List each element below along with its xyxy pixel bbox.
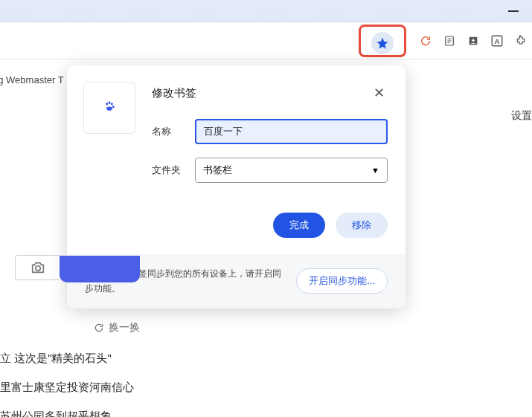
enable-sync-button[interactable]: 开启同步功能... — [296, 268, 388, 294]
reader-icon[interactable] — [443, 34, 456, 48]
svg-point-10 — [111, 103, 113, 106]
folder-dropdown[interactable]: 书签栏 ▼ — [195, 158, 388, 183]
bookmark-star-button[interactable] — [371, 32, 394, 54]
svg-point-11 — [112, 106, 115, 108]
star-icon — [376, 36, 389, 50]
news-list: 立 这次是"精美的石头" 里富士康坚定投资河南信心 苏州公园多到超乎想象 — [0, 343, 134, 417]
chevron-down-icon: ▼ — [371, 166, 379, 175]
popup-title: 修改书签 — [152, 86, 196, 100]
folder-label: 文件夹 — [152, 164, 182, 177]
window-titlebar — [0, 0, 532, 22]
minimize-button[interactable] — [508, 10, 519, 12]
news-item[interactable]: 苏州公园多到超乎想象 — [0, 401, 134, 417]
svg-point-12 — [35, 266, 39, 271]
folder-selected-value: 书签栏 — [203, 164, 232, 177]
baidu-paw-icon — [103, 100, 115, 115]
reload-icon[interactable] — [419, 34, 432, 48]
news-item[interactable]: 里富士康坚定投资河南信心 — [0, 372, 134, 401]
refresh-icon — [94, 323, 104, 333]
bookmark-name-input[interactable] — [195, 119, 388, 144]
remove-button[interactable]: 移除 — [336, 213, 388, 238]
browser-toolbar: A — [0, 22, 532, 59]
name-label: 名称 — [152, 125, 182, 138]
refresh-news[interactable]: 换一换 — [94, 321, 140, 334]
svg-text:A: A — [494, 37, 499, 45]
camera-search-button[interactable] — [15, 255, 60, 280]
extension-icon[interactable] — [514, 34, 528, 48]
svg-point-8 — [106, 103, 108, 106]
done-button[interactable]: 完成 — [273, 213, 325, 238]
favicon-preview — [83, 82, 135, 134]
search-button-partial[interactable] — [60, 256, 140, 282]
bookmarks-bar-item[interactable]: ng Webmaster T — [0, 74, 64, 85]
font-icon[interactable]: A — [490, 34, 504, 48]
close-icon[interactable]: ✕ — [371, 82, 388, 104]
camera-icon — [30, 259, 46, 276]
svg-point-9 — [109, 101, 111, 104]
news-item[interactable]: 立 这次是"精美的石头" — [0, 343, 134, 372]
settings-link[interactable]: 设置 — [511, 109, 532, 123]
download-icon[interactable] — [467, 34, 480, 48]
refresh-label: 换一换 — [109, 321, 140, 334]
